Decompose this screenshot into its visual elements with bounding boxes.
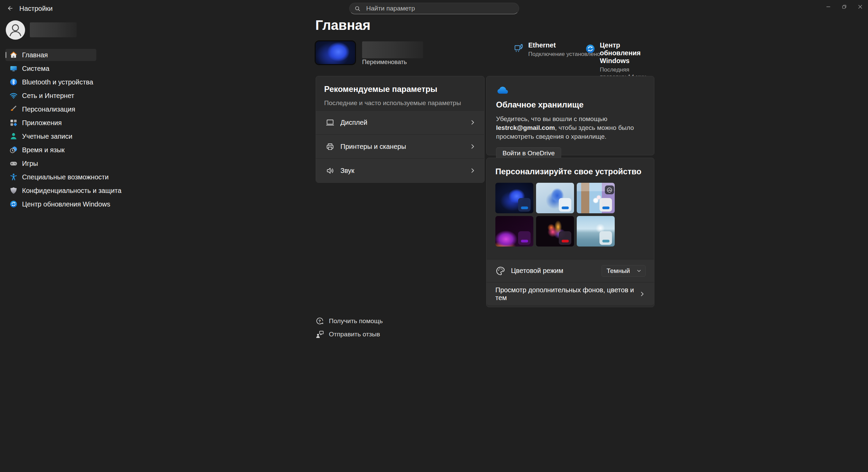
chevron-right-icon [469,119,476,126]
sidebar-item-system[interactable]: Система [5,62,96,75]
sidebar-item-label: Система [22,65,50,73]
sidebar-item-home[interactable]: Главная [5,49,96,61]
settings-window: Настройки Главная Система [0,0,868,472]
chevron-right-icon [469,143,476,150]
search-box[interactable] [349,3,519,14]
start-preview [518,198,531,212]
theme-thumbnail-spotlight[interactable] [577,183,615,213]
personalize-title: Персонализируйте свое устройство [495,167,645,176]
theme-thumbnail-dark-purple[interactable] [495,216,533,247]
chevron-right-icon [639,291,646,297]
spotlight-icon [606,187,613,193]
recommended-row-label: Принтеры и сканеры [340,143,463,151]
time-language-icon [9,146,18,154]
start-pill [602,240,609,242]
sidebar-item-accounts[interactable]: Учетные записи [5,130,96,142]
sidebar-item-label: Специальные возможности [22,173,108,181]
sound-icon [326,166,335,175]
theme-thumbnail-lake[interactable] [577,216,615,247]
sidebar-item-label: Персонализация [22,105,75,113]
sidebar-item-label: Игры [22,160,38,168]
window-controls [820,0,868,14]
restore-icon [842,4,847,9]
sidebar-item-label: Bluetooth и устройства [22,78,93,86]
system-icon [9,64,18,73]
windows-update-icon [9,200,18,208]
rename-device-button[interactable]: Переименовать [362,59,407,66]
sidebar-item-accessibility[interactable]: Специальные возможности [5,171,96,183]
chevron-down-icon [636,268,642,274]
sidebar-item-personalization[interactable]: Персонализация [5,103,96,115]
feedback-icon [315,330,324,339]
sidebar-item-label: Конфиденциальность и защита [22,187,121,195]
device-wallpaper-thumbnail [316,41,355,64]
restore-button[interactable] [836,0,852,14]
sidebar-item-label: Сеть и Интернет [22,92,74,100]
sign-in-onedrive-button[interactable]: Войти в OneDrive [496,148,561,159]
sidebar-item-network[interactable]: Сеть и Интернет [5,90,96,102]
start-preview [599,231,612,245]
close-button[interactable] [852,0,868,14]
svg-text:?: ? [318,319,321,323]
ethernet-icon [514,43,524,58]
start-pill [561,240,569,242]
sidebar-item-bluetooth[interactable]: Bluetooth и устройства [5,76,96,88]
theme-thumbnail-dark-bloom[interactable] [495,183,533,213]
start-pill [521,240,528,242]
accounts-icon [9,132,18,140]
home-icon [9,51,18,59]
color-mode-label: Цветовой режим [511,267,563,275]
user-avatar[interactable] [6,20,25,40]
sidebar-item-windows-update[interactable]: Центр обновления Windows [5,198,96,210]
display-icon [326,118,335,127]
page-title: Главная [315,18,371,33]
start-preview [559,198,571,212]
send-feedback-link[interactable]: Отправить отзыв [315,330,383,339]
recommended-row-label: Звук [340,167,463,175]
chevron-right-icon [469,167,476,174]
cloud-storage-body: Убедитесь, что вы вошли с помощью lestrc… [496,115,644,141]
sidebar-item-apps[interactable]: Приложения [5,117,96,129]
sidebar-item-label: Центр обновления Windows [22,200,110,208]
sidebar-nav: Главная Система Bluetooth и устройства С… [0,49,102,212]
search-icon [354,5,361,12]
start-preview [518,231,531,245]
palette-icon [495,266,506,276]
recommended-row-sound[interactable]: Звук [316,158,484,182]
color-mode-value: Темный [607,267,636,275]
recommended-row-printers[interactable]: Принтеры и сканеры [316,134,484,158]
recommended-title: Рекомендуемые параметры [324,84,476,94]
theme-thumbnail-flower[interactable] [536,216,574,247]
theme-thumbnail-light-bloom[interactable] [536,183,574,213]
get-help-link[interactable]: ? Получить помощь [315,317,383,326]
browse-themes-row[interactable]: Просмотр дополнительных фонов, цветов и … [487,282,654,305]
start-pill [561,206,569,209]
color-mode-dropdown[interactable]: Темный [601,265,646,277]
user-name-redacted [30,22,77,37]
send-feedback-label: Отправить отзыв [329,331,380,338]
cloud-storage-card: Облачное хранилище Убедитесь, что вы вош… [486,76,654,155]
start-preview [559,231,571,245]
start-pill [521,206,528,209]
sidebar-item-privacy[interactable]: Конфиденциальность и защита [5,184,96,197]
network-icon [9,92,18,100]
search-input[interactable] [366,4,514,13]
recommended-row-display[interactable]: Дисплей [316,110,484,134]
update-status-title: Центр обновления Windows [600,41,655,65]
color-mode-row: Цветовой режим Темный [487,259,654,282]
minimize-button[interactable] [820,0,836,14]
account-email: lestrck@gmail.com [496,124,555,131]
sidebar-item-time-language[interactable]: Время и язык [5,144,96,156]
accessibility-icon [9,173,18,181]
onedrive-cloud-icon [496,85,645,95]
start-pill [602,206,609,209]
device-name-redacted [362,41,423,58]
back-button[interactable] [3,3,17,14]
gaming-icon [9,159,18,168]
sidebar-item-label: Учетные записи [22,133,72,140]
get-help-label: Получить помощь [329,317,383,325]
recommended-settings-card: Рекомендуемые параметры Последние и част… [316,76,485,183]
personalize-device-card: Персонализируйте свое устройство [486,158,654,307]
sidebar-item-gaming[interactable]: Игры [5,157,96,170]
bluetooth-icon [9,78,18,86]
